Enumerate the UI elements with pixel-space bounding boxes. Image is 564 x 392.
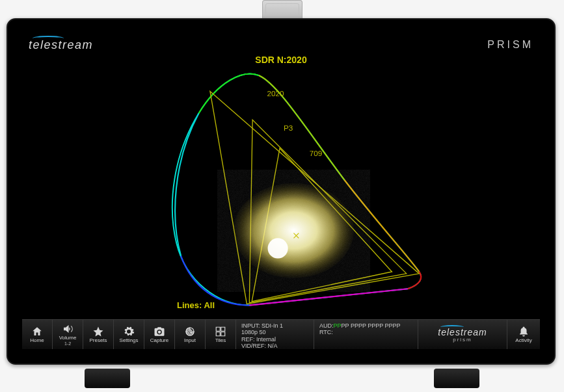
svg-point-1 bbox=[230, 180, 357, 281]
chromaticity-view: SDR N:2020 Lines: All bbox=[22, 53, 540, 319]
star-icon bbox=[92, 326, 105, 337]
settings-button[interactable]: Settings bbox=[114, 320, 144, 349]
product-label: PRISM bbox=[487, 39, 533, 51]
presets-button[interactable]: Presets bbox=[83, 320, 114, 349]
camera-icon bbox=[153, 326, 166, 337]
capture-label: Capture bbox=[150, 338, 168, 343]
status-aud-label: AUD: bbox=[319, 322, 334, 329]
status-panel-left: INPUT: SDI-In 1 1080p 50 REF: Internal V… bbox=[236, 320, 314, 349]
tiles-button[interactable]: Tiles bbox=[206, 320, 236, 349]
settings-label: Settings bbox=[120, 338, 139, 343]
footer-brand: telestream bbox=[438, 327, 487, 337]
gamut-2020-label: 2020 bbox=[267, 89, 284, 98]
input-label: Input bbox=[184, 338, 196, 343]
status-format: 1080p 50 bbox=[241, 329, 308, 335]
svg-point-2 bbox=[268, 238, 288, 258]
status-rtc-label: RTC: bbox=[319, 329, 412, 335]
brand-swoosh-icon bbox=[33, 36, 64, 41]
device-foot-right bbox=[434, 369, 479, 388]
footer-brand-panel: telestream prism bbox=[418, 320, 507, 349]
capture-button[interactable]: Capture bbox=[144, 320, 175, 349]
status-ref-value: Internal bbox=[256, 336, 276, 343]
home-icon bbox=[31, 326, 44, 337]
tiles-label: Tiles bbox=[215, 338, 226, 343]
status-panel-right: AUD:PPPP PPPP PPPP PPPP RTC: bbox=[314, 320, 418, 349]
input-icon bbox=[183, 326, 196, 337]
device-bezel: telestream PRISM SDR N:2020 Lines: All bbox=[7, 18, 556, 365]
gamut-p3-label: P3 bbox=[284, 124, 293, 132]
volume-label: Volume bbox=[59, 335, 77, 341]
activity-button[interactable]: Activity bbox=[507, 320, 540, 349]
gear-icon bbox=[122, 326, 135, 337]
sample-cloud bbox=[230, 180, 357, 281]
gamut-709-label: 709 bbox=[310, 149, 322, 157]
tiles-icon bbox=[214, 326, 227, 337]
status-vidref-label: VID/REF: bbox=[241, 343, 266, 349]
volume-icon bbox=[61, 323, 74, 335]
status-aud-groups: PP PPPP PPPP PPPP bbox=[342, 322, 401, 329]
cie-chart: 2020 P3 709 bbox=[22, 53, 540, 319]
status-input-value: SDI-In 1 bbox=[262, 322, 283, 329]
bell-icon bbox=[518, 326, 530, 337]
status-vidref-value: N/A bbox=[268, 343, 278, 349]
volume-button[interactable]: Volume 1-2 bbox=[53, 320, 83, 349]
top-bar: telestream PRISM bbox=[22, 34, 540, 53]
footer-swoosh-icon bbox=[440, 325, 464, 329]
activity-label: Activity bbox=[515, 337, 531, 343]
input-button[interactable]: Input bbox=[175, 320, 206, 349]
device-foot-left bbox=[85, 369, 130, 388]
svg-point-6 bbox=[188, 330, 192, 333]
status-input-label: INPUT: bbox=[241, 322, 260, 329]
presets-label: Presets bbox=[89, 338, 107, 343]
bottom-toolbar: Home Volume 1-2 Presets Settings Capture bbox=[22, 319, 540, 349]
status-ref-label: REF: bbox=[241, 336, 255, 343]
locus-blue bbox=[181, 256, 249, 306]
volume-sublabel: 1-2 bbox=[64, 341, 71, 346]
brand-logo: telestream bbox=[29, 38, 93, 52]
home-button[interactable]: Home bbox=[22, 320, 53, 349]
status-aud-ok: PP bbox=[334, 322, 342, 329]
home-label: Home bbox=[30, 338, 44, 343]
footer-brand-sub: prism bbox=[453, 337, 472, 343]
screen: telestream PRISM SDR N:2020 Lines: All bbox=[22, 34, 540, 349]
